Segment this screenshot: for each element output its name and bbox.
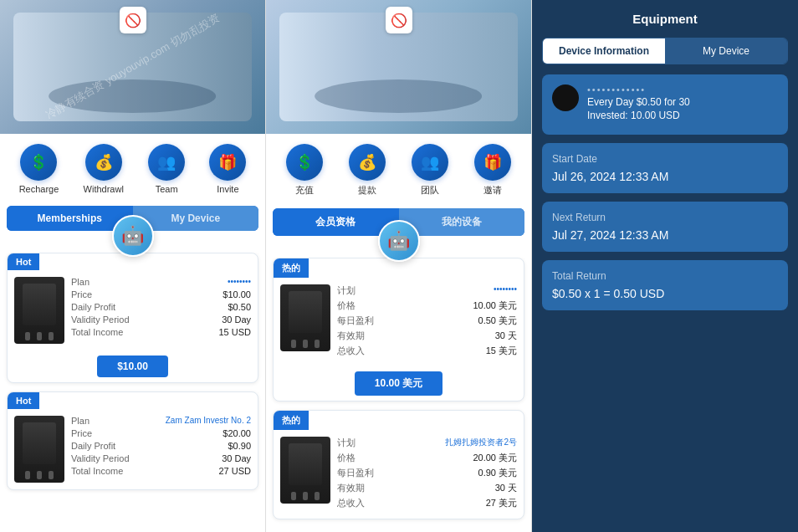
hero-badge-1: 🚫: [120, 7, 146, 33]
icon-team-1[interactable]: 👥 Team: [148, 144, 185, 194]
hero-banner-1: 冷静有续合资 youyouvip.com 切勿乱投资 🚫: [0, 0, 265, 134]
withdraw-label-2: 提款: [358, 184, 376, 197]
cards-container-1: Hot Plan•••••••• Price$10.00 Daily Profi…: [0, 253, 265, 532]
price-label: Price: [71, 289, 92, 299]
icon-recharge-1[interactable]: 💲 Recharge: [19, 144, 59, 194]
icon-team-2[interactable]: 👥 团队: [412, 144, 448, 197]
income-value: 15 USD: [218, 327, 251, 337]
card-image-2-2: [280, 437, 330, 504]
daily-label: Daily Profit: [71, 302, 115, 312]
card-details-2-2: 计划扎姆扎姆投资者2号 价格20.00 美元 每日盈利0.90 美元 有效期30…: [337, 437, 517, 512]
plan-label: Plan: [71, 277, 90, 287]
next-return-label: Next Return: [552, 212, 778, 223]
card-image-2-1: [280, 284, 330, 351]
validity-value: 30 Day: [222, 315, 251, 325]
membership-card-1-1: Hot Plan•••••••• Price$10.00 Daily Profi…: [7, 253, 258, 383]
team-label-2: 团队: [421, 184, 439, 197]
income-label: Total Income: [71, 327, 123, 337]
buy-btn-1-1[interactable]: $10.00: [97, 356, 168, 377]
icon-row-1: 💲 Recharge 💰 Withdrawl 👥 Team 🎁 Invite: [0, 134, 265, 201]
icon-row-2: 💲 充值 💰 提款 👥 团队 🎁 邀请: [266, 134, 531, 203]
hero-badge-2: 🚫: [386, 7, 412, 33]
device-main-card: •••••••••••• Every Day $0.50 for 30 Inve…: [542, 74, 788, 135]
icon-withdraw-1[interactable]: 💰 Withdrawl: [84, 144, 124, 194]
invite-label-2: 邀请: [483, 184, 502, 197]
card-details-2-1: 计划•••••••• 价格10.00 美元 每日盈利0.50 美元 有效期30 …: [337, 284, 517, 360]
equipment-title: Equipment: [532, 0, 798, 38]
card-image-1-2: [14, 416, 64, 483]
recharge-icon-1: 💲: [20, 144, 57, 181]
start-date-section: Start Date Jul 26, 2024 12:33 AM: [542, 143, 788, 193]
plan-value: ••••••••: [228, 277, 251, 287]
hero-banner-2: 🚫: [266, 0, 531, 134]
recharge-label-1: Recharge: [19, 184, 59, 194]
icon-invite-1[interactable]: 🎁 Invite: [209, 144, 246, 194]
cards-container-2: 热的 计划•••••••• 价格10.00 美元 每日盈利0.50 美元 有效期…: [266, 258, 531, 532]
withdraw-icon-2: 💰: [349, 144, 386, 181]
device-card-info: •••••••••••• Every Day $0.50 for 30 Inve…: [587, 84, 778, 121]
tab-my-device[interactable]: My Device: [665, 38, 787, 64]
invite-icon-1: 🎁: [209, 144, 246, 181]
total-return-section: Total Return $0.50 x 1 = 0.50 USD: [542, 260, 788, 310]
invite-label-1: Invite: [217, 184, 238, 194]
invite-icon-2: 🎁: [474, 144, 511, 181]
price-value: $10.00: [223, 289, 251, 299]
membership-card-2-2: 热的 计划扎姆扎姆投资者2号 价格20.00 美元 每日盈利0.90 美元 有效…: [273, 410, 524, 519]
membership-card-1-2: Hot PlanZam Zam Investr No. 2 Price$20.0…: [7, 391, 258, 490]
validity-label: Validity Period: [71, 315, 130, 325]
tab-device-info[interactable]: Device Information: [543, 38, 665, 64]
total-return-label: Total Return: [552, 270, 778, 282]
hot-badge-2-2: 热的: [274, 411, 309, 430]
total-return-value: $0.50 x 1 = 0.50 USD: [552, 287, 778, 300]
next-return-value: Jul 27, 2024 12:33 AM: [552, 228, 778, 242]
equip-tab-bar: Device Information My Device: [542, 38, 788, 64]
hot-badge-2-1: 热的: [274, 258, 309, 278]
next-return-section: Next Return Jul 27, 2024 12:33 AM: [542, 202, 788, 252]
team-label-1: Team: [156, 184, 178, 194]
membership-card-2-1: 热的 计划•••••••• 价格10.00 美元 每日盈利0.50 美元 有效期…: [273, 258, 524, 402]
device-avatar: [552, 84, 579, 111]
start-date-value: Jul 26, 2024 12:33 AM: [552, 170, 778, 183]
robot-avatar-1: 🤖: [112, 215, 154, 257]
panel-english: 冷静有续合资 youyouvip.com 切勿乱投资 🚫 💲 Recharge …: [0, 0, 266, 532]
daily-value: $0.50: [228, 302, 251, 312]
card-details-1-1: Plan•••••••• Price$10.00 Daily Profit$0.…: [71, 277, 251, 340]
team-icon-2: 👥: [412, 144, 448, 181]
device-title-dots: ••••••••••••: [587, 84, 778, 95]
device-invested-text: Invested: 10.00 USD: [587, 110, 778, 121]
team-icon-1: 👥: [148, 144, 185, 181]
icon-recharge-2[interactable]: 💲 充值: [286, 144, 323, 197]
app-container: 冷静有续合资 youyouvip.com 切勿乱投资 🚫 💲 Recharge …: [0, 0, 798, 532]
robot-avatar-2: 🤖: [378, 220, 420, 262]
withdraw-label-1: Withdrawl: [84, 184, 124, 194]
icon-withdraw-2[interactable]: 💰 提款: [349, 144, 386, 197]
buy-btn-2-1[interactable]: 10.00 美元: [355, 371, 442, 396]
icon-invite-2[interactable]: 🎁 邀请: [474, 144, 511, 197]
card-image-1-1: [14, 277, 64, 344]
device-daily-text: Every Day $0.50 for 30: [587, 96, 778, 108]
equipment-content: •••••••••••• Every Day $0.50 for 30 Inve…: [532, 64, 798, 532]
hot-badge-1-1: Hot: [8, 253, 39, 270]
recharge-icon-2: 💲: [286, 144, 323, 181]
panel-chinese: 🚫 💲 充值 💰 提款 👥 团队 🎁 邀请 会员资格 我的设: [266, 0, 532, 532]
withdraw-icon-1: 💰: [85, 144, 122, 181]
start-date-label: Start Date: [552, 153, 778, 165]
hot-badge-1-2: Hot: [8, 392, 39, 409]
panel-equipment: Equipment Device Information My Device •…: [532, 0, 798, 532]
card-details-1-2: PlanZam Zam Investr No. 2 Price$20.00 Da…: [71, 416, 251, 478]
recharge-label-2: 充值: [295, 184, 314, 197]
